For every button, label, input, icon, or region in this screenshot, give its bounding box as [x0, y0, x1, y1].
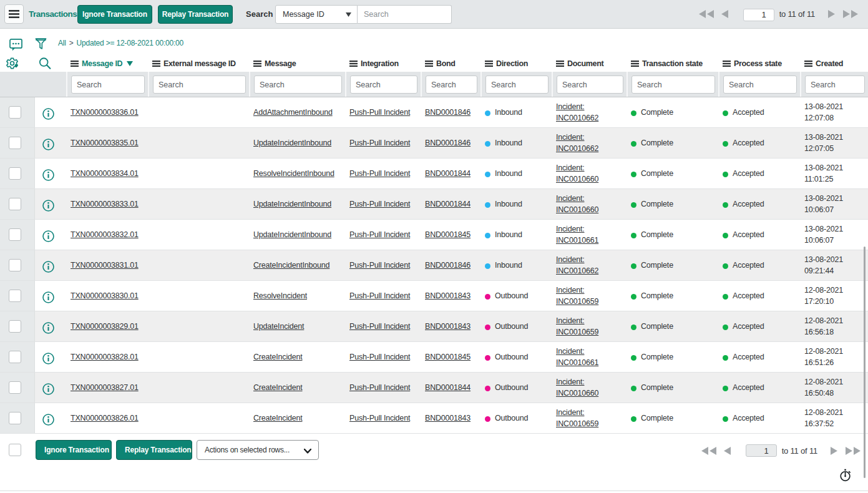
document-link[interactable]: Incident:INC0010660: [556, 193, 598, 216]
row-checkbox[interactable]: [9, 259, 21, 271]
filter-input-process_state[interactable]: [723, 76, 797, 94]
row-checkbox[interactable]: [9, 167, 21, 180]
info-icon[interactable]: [42, 169, 54, 181]
vertical-scrollbar[interactable]: [864, 246, 866, 478]
collaboration-chat-button[interactable]: [9, 39, 22, 51]
row-checkbox[interactable]: [9, 351, 21, 363]
integration-link[interactable]: Push-Pull Incident: [349, 261, 410, 270]
list-context-menu-button[interactable]: [4, 4, 24, 24]
integration-link[interactable]: Push-Pull Incident: [349, 322, 410, 331]
document-link[interactable]: Incident:INC0010662: [556, 101, 598, 124]
message-id-link[interactable]: TXN0000003830.01: [71, 291, 139, 300]
breadcrumb-filter-link[interactable]: Updated >= 12-08-2021 00:00:00: [77, 39, 183, 47]
row-checkbox[interactable]: [9, 381, 21, 394]
message-id-link[interactable]: TXN0000003827.01: [71, 383, 139, 392]
bond-link[interactable]: BND0001844: [425, 169, 471, 178]
bond-link[interactable]: BND0001843: [425, 322, 471, 331]
info-icon[interactable]: [42, 200, 54, 212]
column-header-integration[interactable]: Integration: [345, 59, 421, 68]
info-icon[interactable]: [42, 414, 54, 426]
page-number-input-bottom[interactable]: [746, 444, 777, 457]
filter-input-document[interactable]: [557, 76, 623, 94]
select-all-checkbox[interactable]: [9, 444, 21, 456]
replay-transaction-button[interactable]: Replay Transaction: [158, 5, 233, 24]
filter-input-external_message_id[interactable]: [153, 76, 246, 94]
first-page-button[interactable]: [699, 10, 714, 18]
filter-input-transaction_state[interactable]: [631, 76, 715, 94]
next-page-button[interactable]: [828, 10, 835, 18]
column-header-message_id[interactable]: Message ID: [66, 59, 148, 68]
column-header-bond[interactable]: Bond: [421, 59, 480, 68]
info-icon[interactable]: [42, 261, 54, 273]
message-link[interactable]: CreateIncident: [253, 383, 303, 392]
info-icon[interactable]: [42, 322, 54, 334]
last-page-button[interactable]: [843, 10, 858, 18]
bond-link[interactable]: BND0001843: [425, 414, 471, 422]
filter-input-created[interactable]: [805, 76, 865, 94]
integration-link[interactable]: Push-Pull Incident: [349, 200, 410, 208]
document-link[interactable]: Incident:INC0010659: [556, 315, 598, 338]
column-header-document[interactable]: Document: [552, 59, 627, 68]
message-link[interactable]: CreateIncidentInbound: [253, 261, 329, 270]
bond-link[interactable]: BND0001845: [425, 353, 471, 361]
bond-link[interactable]: BND0001846: [425, 261, 471, 270]
document-link[interactable]: Incident:INC0010659: [556, 285, 598, 308]
message-id-link[interactable]: TXN0000003828.01: [71, 353, 139, 361]
info-icon[interactable]: [42, 353, 54, 364]
message-id-link[interactable]: TXN0000003829.01: [71, 322, 139, 331]
integration-link[interactable]: Push-Pull Incident: [349, 139, 410, 147]
filter-button[interactable]: [35, 38, 47, 49]
filter-input-message_id[interactable]: [71, 76, 145, 94]
response-time-button[interactable]: [839, 469, 852, 482]
message-link[interactable]: AddAttachmentInbound: [253, 108, 333, 117]
message-id-link[interactable]: TXN0000003836.01: [71, 108, 139, 117]
document-link[interactable]: Incident:INC0010661: [556, 223, 598, 246]
row-checkbox[interactable]: [9, 228, 21, 241]
message-link[interactable]: CreateIncident: [253, 414, 303, 422]
actions-on-selected-rows-select[interactable]: Actions on selected rows...: [197, 440, 319, 460]
document-link[interactable]: Incident:INC0010659: [556, 407, 598, 430]
page-number-input[interactable]: [743, 9, 774, 21]
filter-input-direction[interactable]: [485, 76, 549, 94]
info-icon[interactable]: [42, 108, 54, 120]
column-header-process_state[interactable]: Process state: [718, 59, 800, 68]
integration-link[interactable]: Push-Pull Incident: [349, 414, 410, 422]
personalize-list-button[interactable]: [0, 57, 35, 69]
document-link[interactable]: Incident:INC0010660: [556, 162, 598, 185]
message-link[interactable]: ResolveIncident: [253, 291, 307, 300]
message-id-link[interactable]: TXN0000003835.01: [71, 139, 139, 147]
column-header-transaction_state[interactable]: Transaction state: [627, 59, 718, 68]
integration-link[interactable]: Push-Pull Incident: [349, 230, 410, 239]
bond-link[interactable]: BND0001843: [425, 291, 471, 300]
bond-link[interactable]: BND0001846: [425, 139, 471, 147]
message-link[interactable]: UpdateIncidentInbound: [253, 230, 331, 239]
bond-link[interactable]: BND0001844: [425, 200, 471, 208]
integration-link[interactable]: Push-Pull Incident: [349, 383, 410, 392]
message-id-link[interactable]: TXN0000003833.01: [71, 200, 139, 208]
message-link[interactable]: ResolveIncidentInbound: [253, 169, 334, 178]
next-page-button-bottom[interactable]: [831, 447, 837, 455]
column-header-external_message_id[interactable]: External message ID: [148, 59, 249, 68]
global-search-input[interactable]: [358, 5, 452, 24]
previous-page-button[interactable]: [721, 10, 728, 18]
last-page-button-bottom[interactable]: [846, 447, 861, 455]
row-checkbox[interactable]: [9, 106, 21, 119]
list-search-button[interactable]: [35, 57, 66, 69]
message-link[interactable]: UpdateIncident: [253, 322, 304, 331]
integration-link[interactable]: Push-Pull Incident: [349, 353, 410, 361]
row-checkbox[interactable]: [9, 137, 21, 149]
replay-transaction-button-bottom[interactable]: Replay Transaction: [116, 440, 192, 460]
integration-link[interactable]: Push-Pull Incident: [349, 169, 410, 178]
breadcrumb-all-link[interactable]: All: [58, 39, 66, 47]
previous-page-button-bottom[interactable]: [724, 447, 731, 455]
info-icon[interactable]: [42, 230, 54, 242]
message-link[interactable]: UpdateIncidentInbound: [253, 200, 331, 208]
filter-input-integration[interactable]: [350, 76, 417, 94]
info-icon[interactable]: [42, 139, 54, 150]
message-link[interactable]: CreateIncident: [253, 353, 303, 361]
document-link[interactable]: Incident:INC0010662: [556, 254, 598, 277]
row-checkbox[interactable]: [9, 198, 21, 210]
message-id-link[interactable]: TXN0000003831.01: [71, 261, 139, 270]
ignore-transaction-button[interactable]: Ignore Transaction: [77, 5, 152, 24]
column-header-message[interactable]: Message: [249, 59, 345, 68]
